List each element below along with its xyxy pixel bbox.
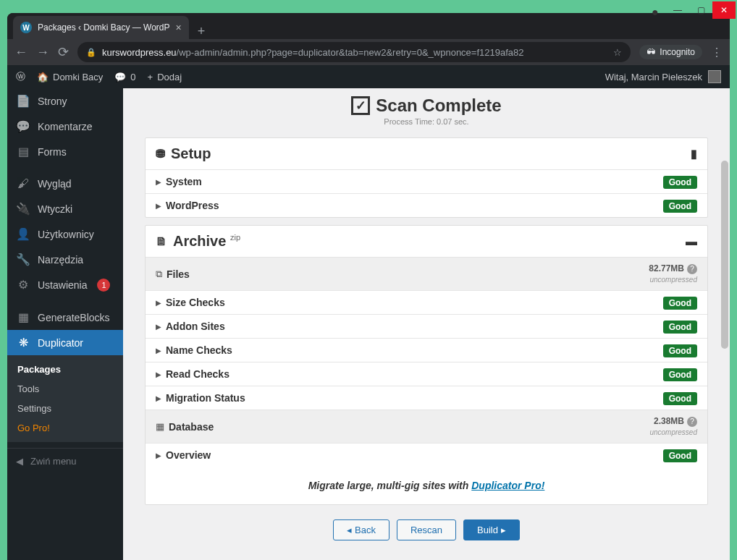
duplicator-icon: ❋ [16,336,30,349]
sidebar-item-strony[interactable]: 📄Strony [7,88,123,114]
battery-icon: ▮ [691,147,697,161]
chevron-right-icon: ▶ [156,323,161,331]
comment-icon: 💬 [114,72,126,82]
comments-link[interactable]: 💬 0 [114,72,135,82]
bookmark-icon[interactable]: ☆ [613,47,622,58]
plugin-icon: 🔌 [16,202,30,216]
rescan-button[interactable]: Rescan [397,519,456,540]
chevron-right-icon: ▶ [156,394,161,402]
check-icon: ✓ [351,96,370,115]
build-button[interactable]: Build▸ [463,519,520,540]
add-new-link[interactable]: + Dodaj [148,72,182,82]
footer-buttons: ◂Back Rescan Build▸ [123,512,730,540]
archive-type-icon: ▬ [686,235,697,248]
scrollbar[interactable] [721,161,728,349]
window-minimize[interactable]: — [666,1,689,19]
wp-logo[interactable]: ⓦ [16,70,25,83]
sidebar-item-wyglad[interactable]: 🖌Wygląd [7,171,123,196]
status-badge: Good [663,344,697,357]
url-input[interactable]: 🔒 kurswordpress.eu/wp-admin/admin.php?pa… [77,42,631,62]
chevron-right-icon: ▶ [156,451,161,459]
status-badge: Good [663,449,697,462]
site-link[interactable]: 🏠 Domki Bacy [37,72,103,82]
scan-row-name-checks[interactable]: ▶Name ChecksGood [146,338,707,362]
status-badge: Good [663,392,697,405]
admin-sidebar: 📄Strony 💬Komentarze ▤Forms 🖌Wygląd 🔌Wtyc… [7,88,123,560]
settings-icon: ⚙ [16,278,30,292]
sidebar-item-forms[interactable]: ▤Forms [7,139,123,164]
blocks-icon: ▦ [16,310,30,324]
chevron-right-icon: ▶ [156,347,161,355]
user-icon: 👤 [16,227,30,241]
help-icon[interactable]: ? [687,417,697,427]
submenu-tools[interactable]: Tools [7,379,123,399]
main-content: ✓ Scan Complete Process Time: 0.07 sec. … [123,88,730,560]
copy-icon: ⧉ [156,268,162,280]
home-icon: 🏠 [37,72,49,82]
archive-heading: 🗎 Archive zip ▬ [146,226,707,257]
scan-row-wordpress[interactable]: ▶ WordPress Good [146,193,707,217]
back-button[interactable]: ◂Back [333,519,389,540]
collapse-menu[interactable]: ◀Zwiń menu [7,448,123,474]
scan-row-migration-status[interactable]: ▶Migration StatusGood [146,386,707,410]
scan-row-files[interactable]: ⧉ Files 82.77MB? uncompressed [146,257,707,290]
update-badge: 1 [97,279,110,292]
sidebar-item-generateblocks[interactable]: ▦GenerateBlocks [7,305,123,330]
window-close[interactable]: ✕ [712,1,736,19]
submenu-packages[interactable]: Packages [7,360,123,379]
sidebar-item-wtyczki[interactable]: 🔌Wtyczki [7,196,123,221]
chevron-right-icon: ▸ [501,525,506,535]
chevron-right-icon: ▶ [156,178,161,186]
duplicator-pro-link[interactable]: Duplicator Pro! [471,480,544,491]
chevron-left-icon: ◂ [347,525,352,535]
sidebar-item-duplicator[interactable]: ❋Duplicator [7,330,123,355]
sidebar-item-narzedzia[interactable]: 🔧Narzędzia [7,247,123,272]
process-time: Process Time: 0.07 sec. [123,117,730,126]
wordpress-icon: W [20,22,32,33]
forward-button[interactable]: → [36,45,49,60]
browser-tab[interactable]: W Packages ‹ Domki Bacy — WordP × [13,16,189,39]
new-tab-button[interactable]: + [189,24,214,39]
brush-icon: 🖌 [16,177,30,190]
incognito-icon: 🕶 [647,47,655,57]
scan-row-overview[interactable]: ▶OverviewGood [146,443,707,467]
status-badge: Good [663,200,697,213]
browser-menu-icon[interactable]: ⋮ [711,46,723,59]
collapse-icon: ◀ [16,456,23,467]
avatar[interactable] [708,70,721,83]
window-maximize[interactable]: ▢ [689,1,712,19]
help-icon[interactable]: ? [687,264,697,274]
close-tab-icon[interactable]: × [176,22,182,33]
chevron-right-icon: ▶ [156,202,161,210]
address-bar: ← → ⟳ 🔒 kurswordpress.eu/wp-admin/admin.… [7,39,730,65]
scan-row-size-checks[interactable]: ▶Size ChecksGood [146,290,707,314]
scan-row-read-checks[interactable]: ▶Read ChecksGood [146,362,707,386]
submenu-gopro[interactable]: Go Pro! [7,418,123,438]
tab-title: Packages ‹ Domki Bacy — WordP [38,22,170,33]
plus-icon: + [148,72,153,82]
promo-text: Migrate large, multi-gig sites with Dupl… [146,467,707,504]
sidebar-item-uzytkownicy[interactable]: 👤Użytkownicy [7,221,123,247]
drive-icon: ⛃ [156,147,165,161]
tools-icon: 🔧 [16,253,30,266]
scan-row-system[interactable]: ▶ System Good [146,169,707,193]
status-badge: Good [663,368,697,381]
lock-icon: 🔒 [86,48,96,57]
reload-button[interactable]: ⟳ [58,44,69,60]
sidebar-item-komentarze[interactable]: 💬Komentarze [7,114,123,139]
submenu-settings[interactable]: Settings [7,399,123,418]
app-menu-icon[interactable]: ● [652,6,659,19]
table-icon: ▦ [156,421,164,432]
scan-complete-heading: ✓ Scan Complete [351,96,501,116]
setup-panel: ⛃ Setup ▮ ▶ System Good ▶ WordPress Good [145,137,708,218]
status-badge: Good [663,321,697,334]
tab-strip: W Packages ‹ Domki Bacy — WordP × + [7,13,730,39]
form-icon: ▤ [16,145,30,158]
scan-row-database[interactable]: ▦ Database 2.38MB? uncompressed [146,410,707,443]
page-icon: 📄 [16,94,30,108]
back-button[interactable]: ← [14,45,28,60]
duplicator-submenu: Packages Tools Settings Go Pro! [7,355,123,442]
sidebar-item-ustawienia[interactable]: ⚙Ustawienia1 [7,272,123,297]
greeting[interactable]: Witaj, Marcin Pieleszek [605,72,702,82]
scan-row-addon-sites[interactable]: ▶Addon SitesGood [146,314,707,338]
